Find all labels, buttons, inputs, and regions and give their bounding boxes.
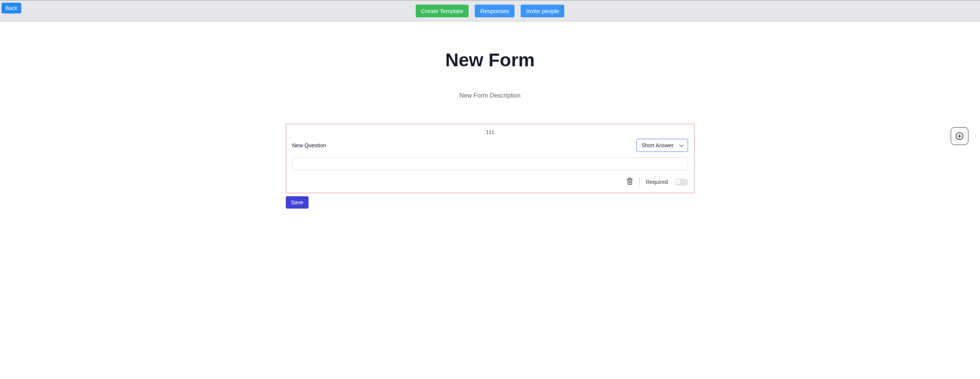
question-title[interactable]: New Question	[292, 142, 326, 148]
form-title[interactable]: New Form	[286, 49, 695, 71]
add-question-button[interactable]	[951, 127, 968, 145]
center-buttons: Create Template Responses Invite people	[416, 5, 565, 17]
svg-point-5	[492, 133, 493, 134]
drag-handle[interactable]	[292, 130, 688, 134]
required-toggle[interactable]: ×	[674, 179, 688, 185]
question-type-select[interactable]: Short Answer	[636, 139, 688, 152]
svg-point-4	[489, 133, 491, 134]
svg-point-0	[487, 131, 488, 132]
toggle-knob: ×	[675, 179, 680, 185]
question-row: New Question Short Answer	[292, 139, 688, 152]
question-card: New Question Short Answer Required ×	[286, 124, 695, 193]
form-content: New Form New Form Description New Questi…	[286, 49, 695, 209]
back-button[interactable]: Back	[2, 3, 21, 13]
delete-button[interactable]	[626, 177, 633, 187]
svg-point-1	[489, 131, 491, 132]
required-label: Required	[646, 179, 668, 185]
form-description[interactable]: New Form Description	[286, 92, 695, 99]
responses-button[interactable]: Responses	[475, 5, 514, 17]
drag-icon	[487, 130, 494, 134]
invite-people-button[interactable]: Invite people	[521, 5, 564, 17]
svg-point-3	[487, 133, 488, 134]
svg-point-2	[492, 131, 493, 132]
create-template-button[interactable]: Create Template	[416, 5, 469, 17]
plus-circle-icon	[955, 132, 964, 140]
divider	[639, 178, 640, 186]
card-footer: Required ×	[292, 177, 688, 187]
answer-input[interactable]	[292, 157, 688, 170]
save-button[interactable]: Save	[286, 196, 309, 209]
chevron-down-icon	[679, 142, 684, 148]
top-bar: Back Create Template Responses Invite pe…	[0, 0, 980, 22]
question-type-label: Short Answer	[641, 142, 673, 148]
trash-icon	[626, 177, 633, 185]
